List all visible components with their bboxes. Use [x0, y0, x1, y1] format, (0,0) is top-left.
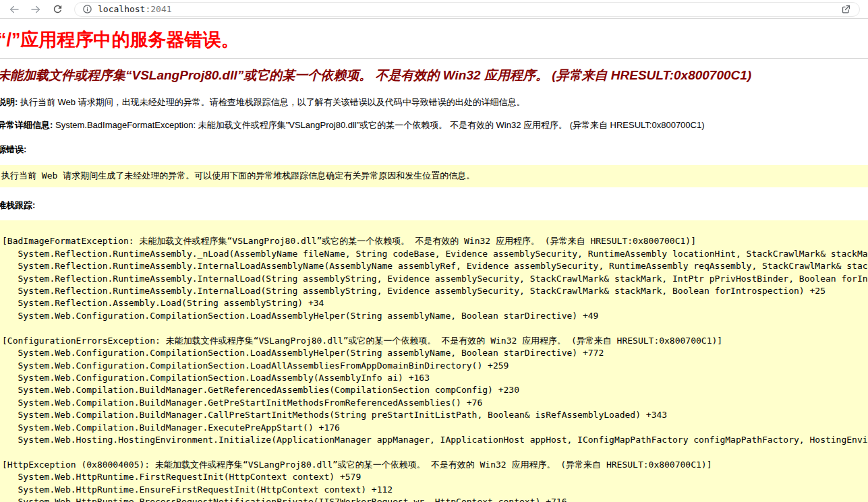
- back-arrow-icon: [8, 3, 20, 15]
- back-button[interactable]: [5, 1, 23, 18]
- reload-icon: [52, 3, 63, 15]
- page-title: “/”应用程序中的服务器错误。: [0, 29, 868, 52]
- page-info-button[interactable]: [80, 3, 94, 16]
- source-error-label: 源错误:: [0, 144, 868, 156]
- source-error-box: 执行当前 Web 请求期间生成了未经处理的异常。可以使用下面的异常堆栈跟踪信息确…: [0, 165, 868, 187]
- exception-details-text: System.BadImageFormatException: 未能加载文件或程…: [53, 120, 704, 130]
- url-text: localhost:2041: [98, 4, 172, 14]
- exception-details-paragraph: 异常详细信息: System.BadImageFormatException: …: [0, 119, 868, 131]
- stack-trace-box: [BadImageFormatException: 未能加载文件或程序集“VSL…: [0, 220, 868, 502]
- browser-toolbar: localhost:2041: [0, 0, 868, 19]
- forward-button[interactable]: [27, 1, 45, 18]
- server-error-page: “/”应用程序中的服务器错误。 未能加载文件或程序集“VSLangProj80.…: [0, 29, 868, 502]
- description-paragraph: 说明: 执行当前 Web 请求期间，出现未经处理的异常。请检查堆栈跟踪信息，以了…: [0, 96, 868, 108]
- forward-arrow-icon: [30, 3, 42, 15]
- source-error-text: 执行当前 Web 请求期间生成了未经处理的异常。可以使用下面的异常堆栈跟踪信息确…: [1, 170, 475, 181]
- title-divider: [0, 58, 868, 59]
- address-bar[interactable]: localhost:2041: [74, 2, 860, 17]
- error-subtitle: 未能加载文件或程序集“VSLangProj80.dll”或它的某一个依赖项。 不…: [0, 67, 868, 84]
- stack-trace-text: [BadImageFormatException: 未能加载文件或程序集“VSL…: [2, 235, 864, 502]
- share-icon: [840, 3, 852, 15]
- description-label: 说明:: [0, 97, 18, 107]
- description-text: 执行当前 Web 请求期间，出现未经处理的异常。请检查堆栈跟踪信息，以了解有关该…: [18, 97, 525, 107]
- url-port: :2041: [145, 4, 171, 14]
- exception-details-label: 异常详细信息:: [0, 120, 53, 130]
- stack-trace-label: 堆栈跟踪:: [0, 199, 868, 212]
- info-icon: [82, 4, 92, 14]
- reload-button[interactable]: [49, 1, 66, 18]
- url-host: localhost: [98, 4, 145, 14]
- share-button[interactable]: [838, 2, 854, 17]
